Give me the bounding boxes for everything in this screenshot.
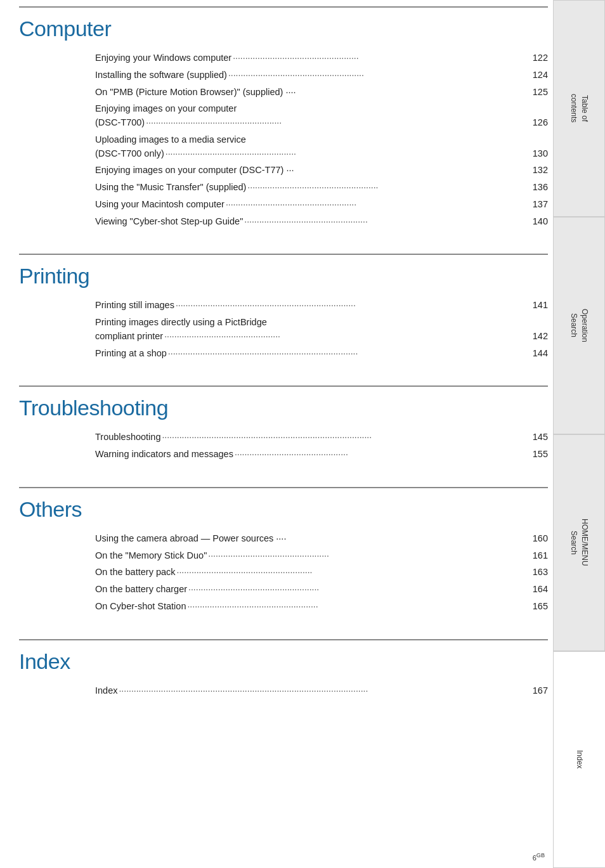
entry-dots: ········································… (188, 583, 531, 596)
entry-text: On "PMB (Picture Motion Browser)" (suppl… (95, 86, 296, 100)
others-entries: Using the camera abroad — Power sources … (19, 532, 548, 614)
printing-title: Printing (19, 264, 548, 288)
entry-page: 132 (533, 164, 548, 178)
entry-dots: ········································… (244, 215, 531, 228)
table-row: Uploading images to a media service (DSC… (95, 133, 548, 161)
entry-dots: ········································… (208, 549, 531, 562)
entry-dots: ········································… (228, 68, 531, 82)
others-title: Others (19, 497, 548, 522)
entry-text: Warning indicators and messages (95, 448, 233, 462)
table-row: On the "Memory Stick Duo" ··············… (95, 549, 548, 563)
entry-page: 124 (533, 68, 548, 82)
table-row: Warning indicators and messages ········… (95, 448, 548, 462)
entry-page: 165 (533, 600, 548, 614)
entry-page: 142 (533, 330, 548, 344)
sidebar-tab-table-of-contents[interactable]: Table ofcontents (553, 0, 605, 217)
entry-page: 155 (533, 448, 548, 462)
entry-page: 136 (533, 181, 548, 195)
table-row: Troubleshooting ························… (95, 431, 548, 444)
footer-superscript: GB (537, 852, 545, 858)
section-others: Others Using the camera abroad — Power s… (19, 487, 548, 614)
sidebar-tab-label: Index (575, 750, 585, 768)
section-printing: Printing Printing still images ·········… (19, 254, 548, 360)
entry-page: 160 (533, 532, 548, 546)
entry-page: 144 (533, 347, 548, 361)
table-row: Using the camera abroad — Power sources … (95, 532, 548, 546)
entry-dots: ········································… (176, 299, 531, 312)
entry-text: Troubleshooting (95, 431, 160, 444)
entry-dots: ········································… (187, 600, 531, 613)
table-row: Enjoying images on your computer (DSC-T7… (95, 164, 548, 178)
table-row: Enjoying images on your computer (DSC-T7… (95, 102, 548, 130)
troubleshooting-entries: Troubleshooting ························… (19, 431, 548, 462)
table-row: On "PMB (Picture Motion Browser)" (suppl… (95, 86, 548, 100)
table-row: Using the "Music Transfer" (supplied) ··… (95, 181, 548, 195)
entry-subrow: (DSC-T700) ·····························… (95, 116, 548, 130)
printing-divider (19, 254, 548, 255)
computer-divider (19, 6, 548, 8)
index-divider (19, 639, 548, 640)
entry-text: Using the "Music Transfer" (supplied) (95, 181, 246, 195)
section-index: Index Index ····························… (19, 639, 548, 698)
table-row: Printing at a shop ·····················… (95, 347, 548, 361)
table-row: Viewing "Cyber-shot Step-up Guide" ·····… (95, 215, 548, 229)
entry-dots: ········································… (119, 684, 531, 697)
table-row: Index ··································… (95, 684, 548, 698)
entry-text: On the battery pack (95, 566, 176, 580)
table-row: On the battery pack ····················… (95, 566, 548, 580)
entry-subrow: compliant printer ······················… (95, 330, 548, 344)
printing-entries: Printing still images ··················… (19, 299, 548, 360)
sidebar-tab-label: HOME/MENUSearch (568, 519, 590, 566)
entry-text: compliant printer (95, 330, 163, 344)
right-sidebar: Table ofcontents OperationSearch HOME/ME… (553, 0, 605, 868)
entry-dots: ········································… (146, 116, 531, 129)
entry-text: Printing at a shop (95, 347, 167, 361)
section-troubleshooting: Troubleshooting Troubleshooting ········… (19, 385, 548, 462)
entry-page: 163 (533, 566, 548, 580)
entry-page: 161 (533, 549, 548, 563)
entry-text: Installing the software (supplied) (95, 68, 227, 82)
entry-page: 140 (533, 215, 548, 229)
index-title: Index (19, 649, 548, 674)
entry-dots: ········································… (226, 198, 531, 211)
entry-dots: ········································… (233, 51, 531, 65)
entry-page: 167 (533, 684, 548, 698)
entry-page: 125 (533, 86, 548, 100)
entry-page: 145 (533, 431, 548, 444)
entry-text: Index (95, 684, 117, 698)
index-entries: Index ··································… (19, 684, 548, 698)
entry-text: Using the camera abroad — Power sources … (95, 532, 286, 546)
others-divider (19, 487, 548, 488)
table-row: Printing still images ··················… (95, 299, 548, 313)
computer-entries: Enjoying your Windows computer ·········… (19, 51, 548, 228)
entry-page: 164 (533, 583, 548, 597)
table-row: Enjoying your Windows computer ·········… (95, 51, 548, 65)
entry-dots: ········································… (177, 566, 531, 579)
entry-text: Using your Macintosh computer (95, 198, 224, 212)
entry-text: On the "Memory Stick Duo" (95, 549, 207, 563)
entry-text: (DSC-T700 only) (95, 147, 164, 161)
sidebar-tab-label: Table ofcontents (568, 94, 590, 122)
entry-text: Enjoying your Windows computer (95, 51, 231, 65)
computer-title: Computer (19, 16, 548, 41)
entry-dots: ········································… (247, 181, 531, 194)
main-content: Computer Enjoying your Windows computer … (19, 0, 548, 697)
sidebar-tab-index[interactable]: Index (553, 651, 605, 868)
table-row: Printing images directly using a PictBri… (95, 316, 548, 344)
entry-text: On Cyber-shot Station (95, 600, 186, 614)
entry-text: Printing still images (95, 299, 174, 313)
section-computer: Computer Enjoying your Windows computer … (19, 6, 548, 228)
table-row: Using your Macintosh computer ··········… (95, 198, 548, 212)
entry-page: 122 (533, 51, 548, 65)
table-row: Installing the software (supplied) ·····… (95, 68, 548, 82)
sidebar-tab-home-menu-search[interactable]: HOME/MENUSearch (553, 434, 605, 651)
entry-dots: ········································… (168, 347, 531, 360)
entry-subrow: (DSC-T700 only) ························… (95, 147, 548, 161)
troubleshooting-title: Troubleshooting (19, 396, 548, 420)
entry-dots: ········································… (166, 147, 531, 160)
entry-dots: ········································… (235, 448, 531, 461)
sidebar-tab-operation-search[interactable]: OperationSearch (553, 217, 605, 434)
entry-dots: ········································… (164, 330, 531, 343)
entry-text: Viewing "Cyber-shot Step-up Guide" (95, 215, 243, 229)
entry-page: 126 (533, 116, 548, 130)
